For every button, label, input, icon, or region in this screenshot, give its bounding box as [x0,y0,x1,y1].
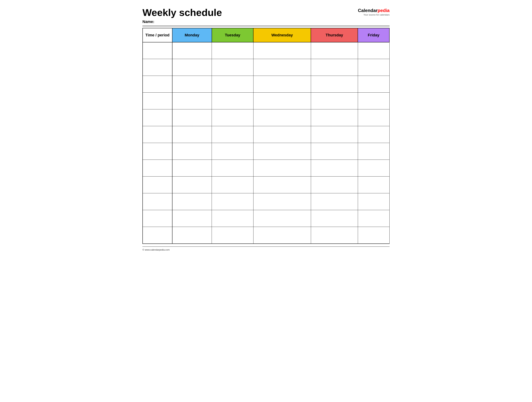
schedule-cell[interactable] [253,227,311,244]
logo-tagline: Your source for calendars [363,13,390,16]
schedule-cell[interactable] [311,59,358,76]
tuesday-header: Tuesday [212,28,253,42]
schedule-cell[interactable] [358,93,389,109]
schedule-cell[interactable] [253,126,311,143]
schedule-cell[interactable] [212,143,253,160]
logo-text: Calendarpedia [358,8,390,13]
schedule-cell[interactable] [172,143,212,160]
page-wrapper: Weekly schedule Name: Calendarpedia Your… [142,7,390,251]
schedule-cell[interactable] [311,193,358,210]
table-row [143,93,389,109]
schedule-cell[interactable] [358,42,389,59]
time-cell[interactable] [143,143,172,160]
time-cell[interactable] [143,76,172,93]
schedule-cell[interactable] [358,109,389,126]
schedule-cell[interactable] [358,59,389,76]
schedule-cell[interactable] [311,76,358,93]
schedule-cell[interactable] [212,193,253,210]
schedule-cell[interactable] [253,59,311,76]
schedule-cell[interactable] [253,76,311,93]
schedule-cell[interactable] [172,193,212,210]
schedule-cell[interactable] [172,126,212,143]
schedule-cell[interactable] [172,42,212,59]
time-cell[interactable] [143,59,172,76]
schedule-cell[interactable] [172,227,212,244]
schedule-table: Time / period Monday Tuesday Wednesday T… [142,28,390,244]
schedule-cell[interactable] [172,76,212,93]
friday-header: Friday [358,28,389,42]
wednesday-header: Wednesday [253,28,311,42]
schedule-cell[interactable] [358,193,389,210]
schedule-cell[interactable] [172,93,212,109]
time-cell[interactable] [143,42,172,59]
schedule-cell[interactable] [253,143,311,160]
schedule-cell[interactable] [253,210,311,227]
table-row [143,160,389,176]
schedule-cell[interactable] [311,126,358,143]
schedule-cell[interactable] [358,176,389,193]
schedule-cell[interactable] [358,227,389,244]
schedule-cell[interactable] [172,210,212,227]
schedule-cell[interactable] [212,160,253,176]
schedule-cell[interactable] [253,160,311,176]
time-cell[interactable] [143,160,172,176]
logo-pedia: pedia [378,8,390,13]
schedule-cell[interactable] [311,176,358,193]
header-row: Time / period Monday Tuesday Wednesday T… [143,28,389,42]
table-row [143,59,389,76]
schedule-cell[interactable] [311,42,358,59]
table-row [143,210,389,227]
schedule-cell[interactable] [212,176,253,193]
name-label: Name: [142,19,222,24]
schedule-cell[interactable] [212,210,253,227]
time-cell[interactable] [143,109,172,126]
schedule-cell[interactable] [311,210,358,227]
footer-text: © www.calendarpedia.com [142,248,170,251]
schedule-cell[interactable] [358,126,389,143]
schedule-cell[interactable] [253,193,311,210]
schedule-cell[interactable] [358,76,389,93]
schedule-cell[interactable] [311,109,358,126]
time-cell[interactable] [143,93,172,109]
footer-section: © www.calendarpedia.com [142,246,390,251]
schedule-cell[interactable] [212,42,253,59]
schedule-cell[interactable] [311,227,358,244]
schedule-cell[interactable] [172,109,212,126]
time-cell[interactable] [143,210,172,227]
schedule-cell[interactable] [253,176,311,193]
divider-line [142,26,390,26]
page-title: Weekly schedule [142,7,222,18]
schedule-cell[interactable] [358,143,389,160]
schedule-cell[interactable] [172,176,212,193]
time-period-header: Time / period [143,28,172,42]
schedule-cell[interactable] [311,143,358,160]
title-area: Weekly schedule Name: [142,7,222,24]
schedule-cell[interactable] [253,109,311,126]
table-row [143,143,389,160]
time-cell[interactable] [143,193,172,210]
schedule-cell[interactable] [358,160,389,176]
schedule-cell[interactable] [172,160,212,176]
schedule-cell[interactable] [212,93,253,109]
time-cell[interactable] [143,176,172,193]
schedule-cell[interactable] [253,42,311,59]
logo-calendar: Calendar [358,8,378,13]
schedule-cell[interactable] [212,59,253,76]
table-row [143,193,389,210]
schedule-cell[interactable] [358,210,389,227]
table-row [143,109,389,126]
schedule-cell[interactable] [212,126,253,143]
schedule-cell[interactable] [212,227,253,244]
schedule-cell[interactable] [311,93,358,109]
thursday-header: Thursday [311,28,358,42]
time-cell[interactable] [143,126,172,143]
schedule-cell[interactable] [212,76,253,93]
table-row [143,227,389,244]
schedule-cell[interactable] [253,93,311,109]
schedule-cell[interactable] [212,109,253,126]
schedule-cell[interactable] [311,160,358,176]
schedule-cell[interactable] [172,59,212,76]
monday-header: Monday [172,28,212,42]
table-row [143,42,389,59]
time-cell[interactable] [143,227,172,244]
